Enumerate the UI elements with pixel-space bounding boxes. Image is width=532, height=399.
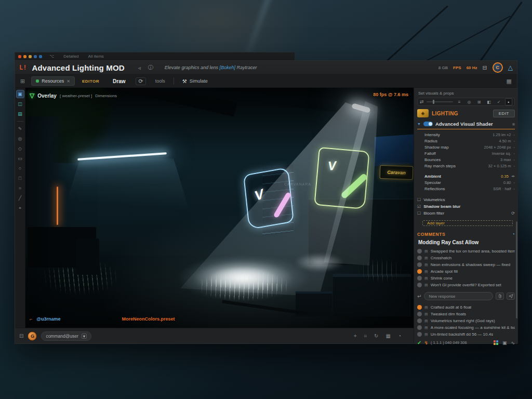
tab-resources[interactable]: Resources ✕ [31,76,75,86]
viewport-3d-scene[interactable]: V V Caravan CARVANARA [25,88,414,328]
window-dot-red[interactable] [18,55,21,58]
menu-item-all[interactable]: All items [88,54,104,59]
hash-tool-icon[interactable]: ⌗ [16,184,24,192]
rect-tool-icon[interactable]: ▭ [16,154,24,163]
inspector-slider[interactable] [427,101,453,102]
grid-menu-icon[interactable]: ⊞ [18,78,27,85]
preset-file-label[interactable]: MoreNeonColors.preset [122,316,175,322]
shader-section-header[interactable]: ▼ Advanced Visual Shader ≡ [417,121,515,129]
comment-item[interactable]: ▤ Tweaked dim floats [417,311,515,317]
comment-item[interactable]: ▤ Un-tinted backshift dd 56 — 10.4s [417,331,515,338]
comment-item[interactable]: ▤ A more-scaled focusing — a sunshine ki… [417,324,515,331]
comment-item[interactable]: ▤ Won't GI provide overfill? Exported se… [417,282,515,288]
property-checkbox-icon[interactable]: ▫ [514,133,515,137]
window-dot-yellow[interactable] [29,55,32,58]
sphere-tool-icon[interactable]: ◎ [16,135,24,143]
property-value[interactable]: 2048 × 2048 px [484,145,511,150]
comment-item[interactable]: ▤ Volumetrics turned right (God rays) [417,317,515,324]
wave-icon[interactable]: ∿ [511,340,515,345]
property-value[interactable]: 0.80 [503,180,511,185]
share-icon[interactable]: △ [508,64,513,71]
solo-view-icon[interactable]: ▪ [505,98,512,105]
grid-small-icon[interactable]: ⊞ [475,98,483,105]
circle-tool-icon[interactable]: ○ [16,164,24,172]
property-row[interactable]: Falloff Inverse sq. ▫ [417,150,515,156]
crosshair-icon[interactable]: + [354,333,357,339]
property-checkbox-icon[interactable]: ▫ [514,145,515,149]
list-icon[interactable]: ≡ [456,98,463,105]
panel-toggle-icon[interactable]: ⊟ [19,333,23,339]
slider-thumb[interactable] [433,100,434,104]
comment-item[interactable]: ▤ Crafted audit at 6 float [417,304,515,311]
property-checkbox-icon[interactable]: ▫ [514,187,515,191]
taskbar-avatar[interactable]: G [28,331,37,341]
property-checkbox-icon[interactable]: ▫ [514,164,515,168]
printer-icon[interactable]: ⊟ [483,64,487,71]
square-tool-icon[interactable]: □ [16,174,24,182]
comment-item[interactable]: ▤ Swapped the lux on turned area, booste… [417,248,515,255]
property-value[interactable]: 1.25 lm ×2 [493,132,511,137]
overlay-dimensions[interactable]: Dimensions [95,94,117,98]
user-handle[interactable]: @u3rname [36,316,60,322]
lighting-row[interactable]: ◈ LIGHTING EDIT [417,109,515,117]
window-dot-orange[interactable] [23,55,26,58]
property-value[interactable]: 0.35 [501,174,509,179]
rgb-grid-icon[interactable] [494,340,498,345]
property-value[interactable]: 3 max [500,157,511,162]
redo-icon[interactable]: ↻ [374,333,378,339]
property-row[interactable]: Ambient 0.35 ◂▸ [417,173,515,179]
property-row[interactable]: Ray march steps 32 × 0.125 m ▫ [417,163,515,169]
comment-item[interactable]: ▤ Shrink cone [417,275,515,282]
target-icon[interactable]: ◎ [466,98,473,105]
property-value[interactable]: 32 × 0.125 m [488,164,511,168]
checkbox-icon[interactable]: ☐ [417,211,421,216]
tab-close-icon[interactable]: ✕ [66,79,70,84]
node-tool-icon[interactable]: ◇ [16,144,24,153]
shader-menu-icon[interactable]: ≡ [512,122,515,127]
menu-item-detailed[interactable]: Detailed [63,54,78,59]
target-tool-icon[interactable]: ⌖ [16,204,24,212]
rotate-icon[interactable]: ⟳ [136,77,145,85]
comment-item[interactable]: ▤ Crosshatch [417,255,515,261]
shader-toggle[interactable] [423,122,433,126]
swap-icon[interactable]: ⇄ [420,99,424,104]
attach-button[interactable] [496,292,504,300]
property-row[interactable]: Bounces 3 max ▫ [417,156,515,163]
layout-grid-icon[interactable]: ▦ [507,78,514,85]
comment-item[interactable]: ▤ Arcade spot fill [417,268,515,275]
comment-item[interactable]: ▤ Neon extrusions & shadows sweep — fixe… [417,261,515,268]
window-dot-blue[interactable] [34,55,37,58]
refresh-icon[interactable]: ⟳ [511,211,515,216]
sidebar-scrollbar[interactable] [516,221,517,318]
edit-button[interactable]: EDIT [493,110,515,117]
clock-icon[interactable]: ◔ [398,333,401,339]
property-checkbox-icon[interactable]: ▫ [514,139,515,143]
subtitle-link[interactable]: [Bokeh] [219,65,235,70]
chevron-down-icon[interactable]: ▼ [417,122,421,126]
check-small-icon[interactable]: ✓ [495,98,502,105]
add-layer-button[interactable]: Add layer [422,220,513,226]
user-pill[interactable]: command@user ▾ [41,331,91,341]
box-icon[interactable]: ▣ [502,340,507,345]
property-value[interactable]: SSR · half [493,187,511,191]
property-row[interactable]: Reflections SSR · half ▫ [417,185,515,192]
property-value[interactable]: Inverse sq. [492,151,511,156]
checkbox-icon[interactable]: ☑ [417,204,421,209]
pen-tool-icon[interactable]: ✎ [16,125,24,133]
tab-tools[interactable]: tools [155,78,165,84]
mute-icon[interactable]: ◃ [138,65,141,71]
toggle-row[interactable]: ☐ Volumetrics [417,196,515,203]
frame-tool-icon[interactable]: ◫ [16,100,24,108]
branch-check-icon[interactable]: ✓ [417,340,421,345]
property-row[interactable]: Shadow map 2048 × 2048 px ▫ [417,144,515,150]
property-checkbox-icon[interactable]: ▫ [514,152,515,155]
property-value[interactable]: 4.50 m [499,139,511,143]
hash-icon[interactable]: ⌗ [364,333,367,339]
split-icon[interactable]: ◧ [485,98,493,105]
grid-icon[interactable]: ▦ [386,333,391,339]
info-icon[interactable]: ⓘ [148,64,153,71]
simulate-button[interactable]: ⚒ Simulate [182,78,208,84]
sync-icon[interactable]: ◔ [512,231,515,237]
bolt-icon[interactable]: ↯ [424,340,428,345]
layers-tool-icon[interactable]: ▤ [16,110,24,118]
